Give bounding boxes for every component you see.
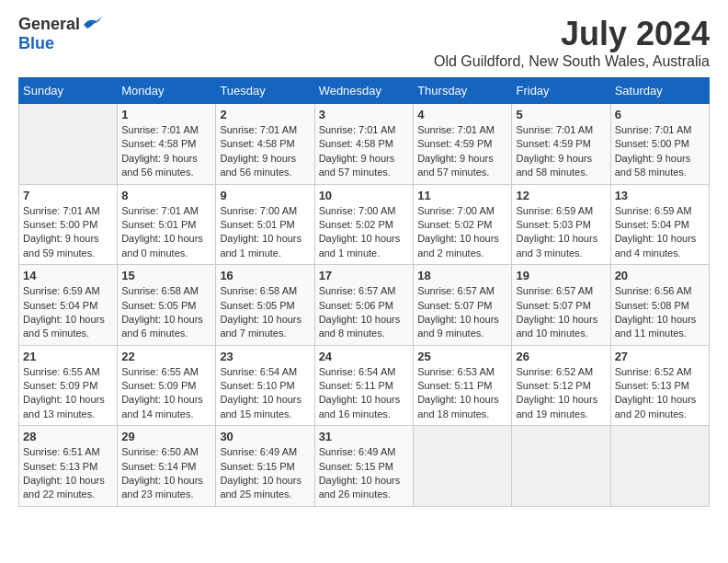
day-number: 22 bbox=[121, 350, 211, 363]
calendar-table: SundayMondayTuesdayWednesdayThursdayFrid… bbox=[18, 77, 710, 507]
day-info: Sunrise: 6:55 AMSunset: 5:09 PMDaylight:… bbox=[23, 365, 113, 422]
day-info: Sunrise: 7:01 AMSunset: 4:59 PMDaylight:… bbox=[417, 123, 507, 180]
calendar-cell: 10Sunrise: 7:00 AMSunset: 5:02 PMDayligh… bbox=[314, 184, 414, 265]
weekday-header-row: SundayMondayTuesdayWednesdayThursdayFrid… bbox=[19, 78, 710, 104]
calendar-cell: 13Sunrise: 6:59 AMSunset: 5:04 PMDayligh… bbox=[610, 184, 709, 265]
calendar-cell: 12Sunrise: 6:59 AMSunset: 5:03 PMDayligh… bbox=[512, 184, 610, 265]
day-number: 26 bbox=[516, 350, 606, 363]
day-number: 20 bbox=[615, 269, 705, 282]
calendar-cell: 17Sunrise: 6:57 AMSunset: 5:06 PMDayligh… bbox=[314, 265, 414, 346]
calendar-cell: 11Sunrise: 7:00 AMSunset: 5:02 PMDayligh… bbox=[414, 184, 512, 265]
calendar-cell: 26Sunrise: 6:52 AMSunset: 5:12 PMDayligh… bbox=[512, 345, 610, 426]
day-info: Sunrise: 6:58 AMSunset: 5:05 PMDaylight:… bbox=[121, 284, 211, 341]
day-info: Sunrise: 6:49 AMSunset: 5:15 PMDaylight:… bbox=[220, 445, 310, 502]
calendar-cell: 16Sunrise: 6:58 AMSunset: 5:05 PMDayligh… bbox=[216, 265, 314, 346]
weekday-header-thursday: Thursday bbox=[414, 78, 512, 104]
calendar-cell: 5Sunrise: 7:01 AMSunset: 4:59 PMDaylight… bbox=[512, 104, 610, 185]
day-number: 28 bbox=[23, 430, 113, 443]
weekday-header-sunday: Sunday bbox=[19, 78, 118, 104]
location-title: Old Guildford, New South Wales, Australi… bbox=[434, 53, 710, 70]
day-info: Sunrise: 6:59 AMSunset: 5:04 PMDaylight:… bbox=[23, 284, 113, 341]
calendar-cell: 27Sunrise: 6:52 AMSunset: 5:13 PMDayligh… bbox=[610, 345, 709, 426]
weekday-header-saturday: Saturday bbox=[610, 78, 709, 104]
day-info: Sunrise: 6:52 AMSunset: 5:13 PMDaylight:… bbox=[615, 365, 705, 422]
day-number: 12 bbox=[516, 189, 606, 202]
calendar-cell: 21Sunrise: 6:55 AMSunset: 5:09 PMDayligh… bbox=[19, 345, 118, 426]
day-number: 9 bbox=[220, 189, 310, 202]
calendar-week-row: 28Sunrise: 6:51 AMSunset: 5:13 PMDayligh… bbox=[19, 426, 710, 507]
calendar-week-row: 7Sunrise: 7:01 AMSunset: 5:00 PMDaylight… bbox=[19, 184, 710, 265]
calendar-week-row: 21Sunrise: 6:55 AMSunset: 5:09 PMDayligh… bbox=[19, 345, 710, 426]
day-info: Sunrise: 7:01 AMSunset: 4:59 PMDaylight:… bbox=[516, 123, 606, 180]
day-info: Sunrise: 6:58 AMSunset: 5:05 PMDaylight:… bbox=[220, 284, 310, 341]
weekday-header-wednesday: Wednesday bbox=[314, 78, 414, 104]
calendar-cell bbox=[512, 426, 610, 507]
day-info: Sunrise: 6:54 AMSunset: 5:10 PMDaylight:… bbox=[220, 365, 310, 422]
page-header: General Blue July 2024 Old Guildford, Ne… bbox=[18, 15, 710, 70]
calendar-cell bbox=[414, 426, 512, 507]
calendar-cell: 3Sunrise: 7:01 AMSunset: 4:58 PMDaylight… bbox=[314, 104, 414, 185]
day-info: Sunrise: 6:49 AMSunset: 5:15 PMDaylight:… bbox=[319, 445, 410, 502]
calendar-cell: 18Sunrise: 6:57 AMSunset: 5:07 PMDayligh… bbox=[414, 265, 512, 346]
day-info: Sunrise: 7:01 AMSunset: 4:58 PMDaylight:… bbox=[220, 123, 310, 180]
calendar-cell: 23Sunrise: 6:54 AMSunset: 5:10 PMDayligh… bbox=[216, 345, 314, 426]
day-info: Sunrise: 6:57 AMSunset: 5:06 PMDaylight:… bbox=[319, 284, 410, 341]
day-number: 3 bbox=[319, 108, 410, 121]
day-number: 2 bbox=[220, 108, 310, 121]
calendar-cell: 9Sunrise: 7:00 AMSunset: 5:01 PMDaylight… bbox=[216, 184, 314, 265]
day-number: 29 bbox=[121, 430, 211, 443]
day-number: 23 bbox=[220, 350, 310, 363]
day-number: 30 bbox=[220, 430, 310, 443]
day-info: Sunrise: 6:56 AMSunset: 5:08 PMDaylight:… bbox=[615, 284, 705, 341]
calendar-cell: 1Sunrise: 7:01 AMSunset: 4:58 PMDaylight… bbox=[118, 104, 216, 185]
calendar-cell: 20Sunrise: 6:56 AMSunset: 5:08 PMDayligh… bbox=[610, 265, 709, 346]
day-info: Sunrise: 7:01 AMSunset: 4:58 PMDaylight:… bbox=[121, 123, 211, 180]
calendar-cell: 4Sunrise: 7:01 AMSunset: 4:59 PMDaylight… bbox=[414, 104, 512, 185]
calendar-cell: 6Sunrise: 7:01 AMSunset: 5:00 PMDaylight… bbox=[610, 104, 709, 185]
calendar-cell: 2Sunrise: 7:01 AMSunset: 4:58 PMDaylight… bbox=[216, 104, 314, 185]
day-number: 1 bbox=[121, 108, 211, 121]
day-info: Sunrise: 7:00 AMSunset: 5:02 PMDaylight:… bbox=[417, 204, 507, 261]
day-number: 17 bbox=[319, 269, 410, 282]
month-title: July 2024 bbox=[434, 15, 710, 53]
day-number: 11 bbox=[417, 189, 507, 202]
day-number: 5 bbox=[516, 108, 606, 121]
day-info: Sunrise: 7:01 AMSunset: 5:00 PMDaylight:… bbox=[615, 123, 705, 180]
day-number: 10 bbox=[319, 189, 410, 202]
calendar-cell: 7Sunrise: 7:01 AMSunset: 5:00 PMDaylight… bbox=[19, 184, 118, 265]
calendar-week-row: 14Sunrise: 6:59 AMSunset: 5:04 PMDayligh… bbox=[19, 265, 710, 346]
logo-blue-text: Blue bbox=[18, 34, 54, 53]
day-number: 25 bbox=[417, 350, 507, 363]
day-number: 16 bbox=[220, 269, 310, 282]
day-number: 7 bbox=[23, 189, 113, 202]
calendar-cell: 29Sunrise: 6:50 AMSunset: 5:14 PMDayligh… bbox=[118, 426, 216, 507]
day-info: Sunrise: 7:00 AMSunset: 5:01 PMDaylight:… bbox=[220, 204, 310, 261]
weekday-header-tuesday: Tuesday bbox=[216, 78, 314, 104]
day-info: Sunrise: 6:52 AMSunset: 5:12 PMDaylight:… bbox=[516, 365, 606, 422]
day-info: Sunrise: 6:55 AMSunset: 5:09 PMDaylight:… bbox=[121, 365, 211, 422]
day-number: 19 bbox=[516, 269, 606, 282]
calendar-cell: 22Sunrise: 6:55 AMSunset: 5:09 PMDayligh… bbox=[118, 345, 216, 426]
day-info: Sunrise: 7:01 AMSunset: 5:01 PMDaylight:… bbox=[121, 204, 211, 261]
calendar-cell: 28Sunrise: 6:51 AMSunset: 5:13 PMDayligh… bbox=[19, 426, 118, 507]
day-number: 18 bbox=[417, 269, 507, 282]
logo: General Blue bbox=[18, 15, 104, 53]
day-number: 27 bbox=[615, 350, 705, 363]
logo-general-text: General bbox=[18, 15, 80, 34]
calendar-cell bbox=[19, 104, 118, 185]
day-info: Sunrise: 7:00 AMSunset: 5:02 PMDaylight:… bbox=[319, 204, 410, 261]
day-number: 13 bbox=[615, 189, 705, 202]
weekday-header-friday: Friday bbox=[512, 78, 610, 104]
day-number: 21 bbox=[23, 350, 113, 363]
day-info: Sunrise: 6:51 AMSunset: 5:13 PMDaylight:… bbox=[23, 445, 113, 502]
day-number: 14 bbox=[23, 269, 113, 282]
calendar-cell: 14Sunrise: 6:59 AMSunset: 5:04 PMDayligh… bbox=[19, 265, 118, 346]
day-info: Sunrise: 6:59 AMSunset: 5:03 PMDaylight:… bbox=[516, 204, 606, 261]
day-info: Sunrise: 6:50 AMSunset: 5:14 PMDaylight:… bbox=[121, 445, 211, 502]
day-number: 4 bbox=[417, 108, 507, 121]
logo-bird-icon bbox=[82, 16, 104, 34]
day-info: Sunrise: 7:01 AMSunset: 5:00 PMDaylight:… bbox=[23, 204, 113, 261]
calendar-cell: 31Sunrise: 6:49 AMSunset: 5:15 PMDayligh… bbox=[314, 426, 414, 507]
calendar-cell: 30Sunrise: 6:49 AMSunset: 5:15 PMDayligh… bbox=[216, 426, 314, 507]
day-number: 8 bbox=[121, 189, 211, 202]
